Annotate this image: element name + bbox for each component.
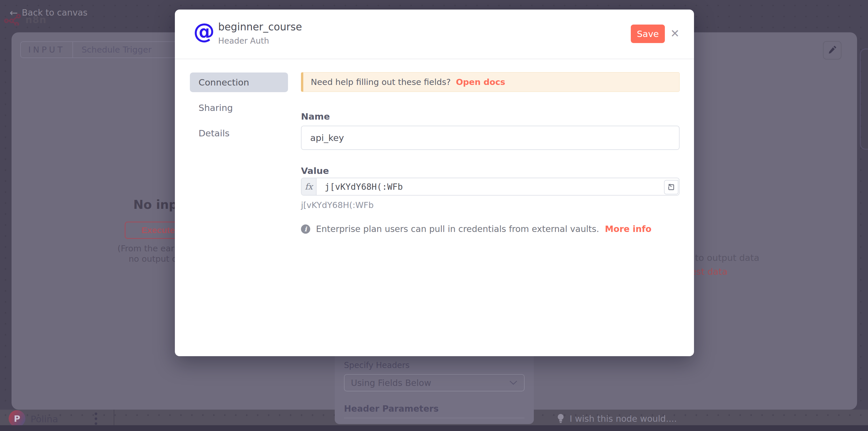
credential-type-icon: @ <box>193 21 215 42</box>
specify-headers-label: Specify Headers <box>344 361 525 370</box>
info-icon: i <box>301 225 310 234</box>
value-field-label: Value <box>301 166 329 176</box>
user-name: Polina <box>31 414 58 425</box>
input-label: INPUT <box>21 42 73 57</box>
help-banner: Need help filling out these fields? Open… <box>301 72 680 92</box>
divider <box>175 59 694 59</box>
specify-headers-value: Using Fields Below <box>351 378 431 388</box>
expand-expression-button[interactable] <box>664 180 678 194</box>
name-field-label: Name <box>301 111 330 122</box>
tab-connection[interactable]: Connection <box>190 73 288 92</box>
app-screen: ← Back to canvas n8n INPUT Schedule Trig… <box>0 0 868 431</box>
n8n-logo: n8n <box>4 14 46 25</box>
n8n-logo-text: n8n <box>25 14 46 25</box>
pencil-icon <box>827 45 837 55</box>
help-banner-text: Need help filling out these fields? <box>311 77 451 87</box>
tab-sharing[interactable]: Sharing <box>190 98 288 118</box>
enterprise-info-row: i Enterprise plan users can pull in cred… <box>301 224 652 234</box>
bottom-edge-bar <box>0 425 868 431</box>
header-parameters-label: Header Parameters <box>344 404 525 414</box>
credential-modal: @ beginner_course Header Auth Save ✕ Con… <box>175 9 694 356</box>
more-info-link[interactable]: More info <box>605 224 651 234</box>
node-suggestion-placeholder: I wish this node would.... <box>569 414 677 424</box>
value-input[interactable]: j[vKYdY68H(:WFb <box>316 178 679 195</box>
close-icon[interactable]: ✕ <box>668 26 682 41</box>
n8n-logo-icon <box>4 14 22 25</box>
value-hint-text: j[vKYdY68H(:WFb <box>301 200 374 210</box>
specify-headers-select[interactable]: Using Fields Below <box>344 374 525 392</box>
save-button[interactable]: Save <box>631 25 665 43</box>
user-avatar[interactable]: P <box>9 410 25 427</box>
tab-details[interactable]: Details <box>190 123 288 143</box>
expression-fx-toggle[interactable]: fx <box>302 178 316 195</box>
chevron-down-icon <box>509 380 518 385</box>
credential-subtitle: Header Auth <box>218 36 269 46</box>
canvas-node-partial <box>860 49 868 150</box>
enterprise-info-text: Enterprise plan users can pull in creden… <box>316 224 599 234</box>
divider <box>344 418 525 418</box>
credential-tabs: Connection Sharing Details <box>190 73 288 143</box>
edit-node-name-button[interactable] <box>823 41 841 59</box>
expand-arrow-icon <box>668 183 675 191</box>
credential-modal-header: @ beginner_course Header Auth Save ✕ <box>175 9 694 59</box>
lightbulb-icon <box>556 413 565 424</box>
open-docs-link[interactable]: Open docs <box>456 77 505 87</box>
node-suggestion-input[interactable]: I wish this node would.... <box>556 413 677 424</box>
user-menu-button[interactable] <box>95 412 97 425</box>
name-input[interactable] <box>301 126 680 150</box>
credential-title[interactable]: beginner_course <box>218 21 302 33</box>
value-input-row: fx j[vKYdY68H(:WFb <box>301 178 680 196</box>
